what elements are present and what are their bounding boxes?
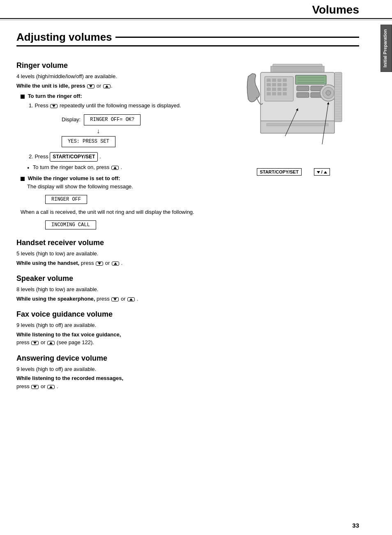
svg-rect-10 — [277, 79, 281, 82]
svg-rect-13 — [272, 83, 276, 86]
or-text-1: or — [97, 83, 101, 89]
svg-rect-22 — [277, 92, 281, 95]
svg-rect-24 — [295, 75, 326, 84]
handset-end: . — [121, 260, 123, 266]
up-button-fax[interactable] — [47, 341, 55, 345]
down-button-handset[interactable] — [96, 262, 103, 266]
fax-voice-heading: Fax voice guidance volume — [16, 310, 228, 319]
answering-heading: Answering device volume — [16, 354, 228, 363]
while-set-off-label: While the ringer volume is set to off: — [28, 175, 120, 181]
page-number: 33 — [352, 522, 359, 529]
step-1: 1. Press repeatedly until the following … — [29, 102, 228, 150]
answering-or: or — [41, 383, 46, 389]
speaker-while-text: While using the speakerphone, — [16, 296, 95, 302]
handset-heading: Handset receiver volume — [16, 239, 228, 247]
svg-rect-37 — [334, 72, 342, 122]
header-title: Volumes — [312, 3, 359, 16]
display-area: Display: RINGER OFF= OK? ↓ YES: PRESS SE… — [62, 113, 228, 150]
answering-section: Answering device volume 9 levels (high t… — [16, 354, 228, 391]
bullet-icon-1 — [21, 95, 25, 99]
fax-diagram-labels: START/COPY/SET / — [257, 167, 330, 176]
svg-rect-1 — [271, 66, 324, 72]
svg-rect-36 — [267, 123, 328, 126]
answering-intro: 9 levels (high to off) are available. — [16, 365, 228, 373]
svg-rect-17 — [272, 88, 276, 91]
handset-or: or — [105, 260, 110, 266]
display-row-1: Display: RINGER OFF= OK? — [62, 113, 141, 127]
up-button-inline-1[interactable] — [103, 84, 111, 88]
fax-voice-section: Fax voice guidance volume 9 levels (high… — [16, 310, 228, 347]
triangle-down-icon-3 — [98, 262, 101, 265]
svg-rect-19 — [283, 88, 287, 91]
arrow-down-icon: ↓ — [97, 128, 100, 134]
handset-section: Handset receiver volume 5 levels (high t… — [16, 239, 228, 267]
while-set-off-text: The display will show the following mess… — [27, 183, 228, 191]
down-button-inline-2[interactable] — [50, 104, 58, 108]
turn-on-end: . — [121, 164, 122, 170]
ringer-intro: 4 levels (high/middle/low/off) are avail… — [16, 72, 228, 81]
ringer-off-display: RINGER OFF — [45, 195, 87, 204]
triangle-up-icon-6 — [49, 386, 53, 388]
speaker-heading: Speaker volume — [16, 274, 228, 283]
start-copy-set-button-1[interactable]: START/COPY/SET — [50, 152, 98, 162]
speaker-section: Speaker volume 8 levels (high to low) ar… — [16, 274, 228, 303]
page-title-text: Adjusting volumes — [16, 31, 112, 44]
page-header: Volumes — [0, 0, 392, 19]
answering-press: press — [16, 383, 30, 389]
ringer-body-text: When a call is received, the unit will n… — [21, 208, 228, 216]
handset-press: press — [81, 260, 94, 266]
svg-rect-15 — [283, 83, 287, 86]
triangle-down-icon-4 — [113, 298, 117, 301]
down-icon-diagram — [317, 171, 320, 174]
incoming-call-display-area: INCOMING CALL — [45, 219, 228, 231]
button-label-area: / — [314, 167, 330, 176]
down-button-inline-1[interactable] — [87, 84, 95, 88]
ringer-heading: Ringer volume — [16, 61, 228, 70]
step2-text: 2. Press — [29, 153, 48, 160]
down-button-fax[interactable] — [31, 341, 39, 345]
speaker-or: or — [121, 296, 126, 302]
triangle-down-icon-5 — [33, 342, 37, 344]
fax-voice-while: While listening to the fax voice guidanc… — [16, 331, 228, 347]
step2b-text: . — [99, 153, 101, 160]
up-button-inline-2[interactable] — [111, 166, 119, 170]
step-2: 2. Press START/COPY/SET . — [29, 152, 228, 162]
answering-while: While listening to the recorded messages… — [16, 374, 228, 390]
svg-rect-23 — [283, 92, 287, 95]
fax-machine-svg — [240, 62, 347, 165]
svg-rect-12 — [267, 83, 271, 86]
two-column-layout: Ringer volume 4 levels (high/middle/low/… — [16, 54, 359, 391]
svg-rect-18 — [277, 88, 281, 91]
turn-on-note: To turn the ringer back on, press . — [27, 164, 228, 170]
up-button-speaker[interactable] — [127, 297, 135, 301]
display-row-2: YES: PRESS SET — [62, 134, 115, 149]
triangle-down-icon-1 — [89, 85, 92, 88]
fax-voice-or: or — [41, 339, 46, 345]
triangle-down-icon-2 — [52, 105, 55, 107]
down-button-speaker[interactable] — [111, 297, 119, 301]
answering-end: . — [57, 383, 58, 389]
bullet-icon-2 — [21, 177, 25, 181]
triangle-up-icon-3 — [114, 262, 117, 265]
fax-voice-see: (see page 122). — [57, 339, 94, 345]
ringer-off-subsection: While the ringer volume is set to off: T… — [21, 175, 228, 231]
down-button-answering[interactable] — [31, 385, 39, 389]
fax-voice-while-text: While listening to the fax voice guidanc… — [16, 331, 121, 338]
turn-off-subsection: To turn the ringer off: 1. Press repeate… — [21, 93, 228, 170]
triangle-up-icon-1 — [105, 85, 108, 88]
svg-rect-21 — [272, 92, 276, 95]
speaker-end: . — [137, 296, 138, 302]
turn-on-text: To turn the ringer back on, press — [33, 164, 109, 170]
start-copy-set-label-area: START/COPY/SET — [257, 167, 302, 176]
handset-while-text: While using the handset, — [16, 260, 79, 266]
fax-diagram-area: START/COPY/SET / — [240, 62, 347, 176]
svg-rect-20 — [267, 92, 271, 95]
svg-rect-30 — [297, 93, 309, 97]
up-button-handset[interactable] — [112, 262, 119, 266]
triangle-down-icon-6 — [33, 386, 37, 388]
yes-press-set-display: YES: PRESS SET — [62, 136, 115, 147]
fax-voice-press: press — [16, 339, 30, 345]
answering-while-text: While listening to the recorded messages… — [16, 375, 123, 381]
up-button-answering[interactable] — [47, 385, 55, 389]
svg-rect-28 — [297, 86, 309, 91]
